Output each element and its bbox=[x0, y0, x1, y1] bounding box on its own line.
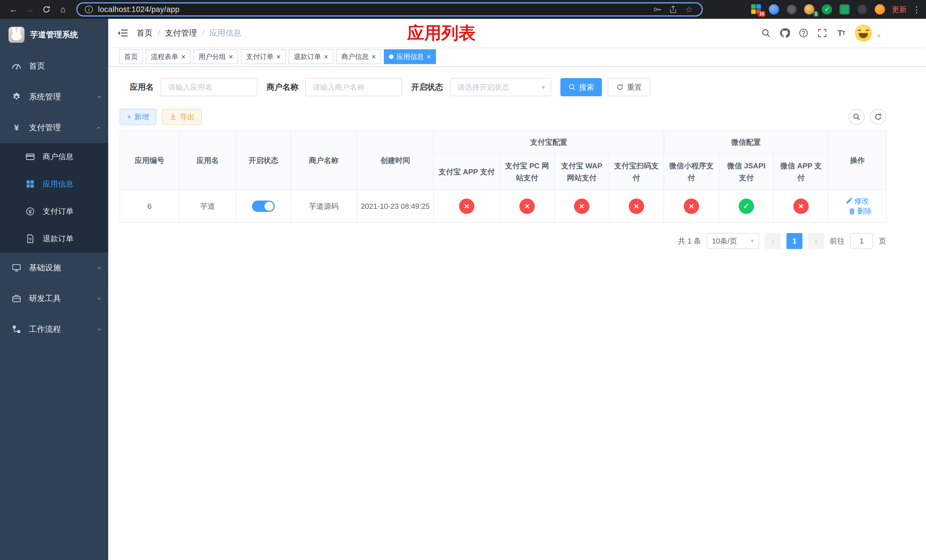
sidebar-item-refund-order[interactable]: 退款订单 bbox=[0, 225, 108, 252]
dashboard-icon bbox=[11, 61, 22, 71]
chevron-down-icon: ‹ bbox=[95, 96, 103, 98]
extension-green-square-icon[interactable] bbox=[840, 4, 850, 15]
reset-button[interactable]: 重置 bbox=[608, 78, 651, 96]
chevron-up-icon: ‹ bbox=[95, 127, 103, 129]
bookmark-star-icon[interactable]: ☆ bbox=[683, 5, 695, 14]
app-name-input[interactable] bbox=[160, 78, 257, 96]
tab-process-form[interactable]: 流程表单× bbox=[146, 49, 191, 64]
sidebar-item-system[interactable]: 系统管理 ‹ bbox=[0, 82, 108, 112]
sidebar-item-label: 基础设施 bbox=[29, 262, 61, 273]
goto-page-input[interactable] bbox=[850, 233, 873, 249]
status-select[interactable]: 请选择开启状态 ▾ bbox=[450, 78, 551, 96]
tab-merchant-info[interactable]: 商户信息× bbox=[336, 49, 381, 64]
chevron-down-icon: ‹ bbox=[95, 297, 103, 300]
tab-pay-order[interactable]: 支付订单× bbox=[241, 49, 286, 64]
breadcrumb-payment[interactable]: 支付管理 bbox=[165, 28, 197, 38]
breadcrumb-separator: / bbox=[202, 29, 204, 38]
extension-drop-icon[interactable] bbox=[769, 4, 779, 15]
site-info-icon[interactable] bbox=[84, 5, 94, 14]
status-select-placeholder: 请选择开启状态 bbox=[457, 82, 509, 92]
help-icon[interactable] bbox=[799, 28, 809, 38]
user-avatar[interactable] bbox=[855, 24, 872, 42]
browser-update-button[interactable]: 更新 bbox=[892, 5, 906, 15]
prev-page-button[interactable]: ‹ bbox=[765, 233, 781, 249]
extension-avatar-icon[interactable]: 1 bbox=[804, 4, 814, 15]
col-header-app-id: 应用编号 bbox=[120, 131, 179, 190]
next-page-button[interactable]: › bbox=[808, 233, 824, 249]
table-toolbar: +新增 导出 bbox=[120, 109, 886, 125]
x-circle-icon: × bbox=[459, 198, 474, 214]
tab-home[interactable]: 首页 bbox=[119, 49, 143, 64]
close-icon[interactable]: × bbox=[181, 53, 185, 61]
extension-check-icon[interactable]: ✓ bbox=[822, 4, 832, 15]
fullscreen-icon[interactable] bbox=[817, 28, 828, 38]
refresh-button[interactable] bbox=[870, 109, 886, 125]
extension-face-icon[interactable] bbox=[875, 4, 885, 15]
cell-created: 2021-10-23 08:49:25 bbox=[357, 190, 434, 222]
sidebar-item-workflow[interactable]: 工作流程 ‹ bbox=[0, 314, 108, 345]
home-icon[interactable]: ⌂ bbox=[55, 2, 71, 17]
delete-link[interactable]: 删除 bbox=[849, 206, 872, 216]
sidebar-item-payment[interactable]: ¥ 支付管理 ‹ bbox=[0, 112, 108, 143]
cell-alipay-pc: × bbox=[500, 190, 554, 222]
current-page-button[interactable]: 1 bbox=[787, 233, 802, 249]
sidebar-menu: 首页 系统管理 ‹ ¥ 支付管理 ‹ 商户信息 应用信息 bbox=[0, 51, 108, 345]
sidebar-item-merchant-info[interactable]: 商户信息 bbox=[0, 143, 108, 170]
delete-link-label: 删除 bbox=[857, 206, 872, 216]
browser-menu-icon[interactable]: ⋮ bbox=[912, 5, 920, 15]
tab-user-group[interactable]: 用户分组× bbox=[193, 49, 238, 64]
url-text[interactable]: localhost:1024/pay/app bbox=[98, 5, 647, 14]
edit-link[interactable]: 修改 bbox=[846, 196, 869, 206]
share-icon[interactable] bbox=[667, 5, 679, 14]
search-button[interactable]: 搜索 bbox=[560, 78, 602, 96]
close-icon[interactable]: × bbox=[276, 53, 280, 61]
back-icon[interactable]: ← bbox=[6, 2, 21, 17]
close-icon[interactable]: × bbox=[324, 53, 328, 61]
close-icon[interactable]: × bbox=[228, 53, 233, 61]
cell-status bbox=[236, 190, 291, 222]
search-icon[interactable] bbox=[761, 28, 771, 38]
export-button[interactable]: 导出 bbox=[162, 109, 202, 125]
col-header-alipay-app: 支付宝 APP 支付 bbox=[434, 153, 500, 190]
toggle-search-button[interactable] bbox=[849, 109, 864, 125]
breadcrumb-home[interactable]: 首页 bbox=[137, 28, 153, 38]
avatar-caret-icon[interactable]: ▾ bbox=[877, 32, 881, 40]
sidebar-item-home[interactable]: 首页 bbox=[0, 51, 108, 82]
key-icon[interactable] bbox=[652, 5, 663, 14]
edit-link-label: 修改 bbox=[854, 196, 869, 206]
sidebar-item-app-info[interactable]: 应用信息 bbox=[0, 170, 108, 198]
extension-puzzle-icon[interactable] bbox=[857, 4, 867, 15]
total-count: 共 1 条 bbox=[678, 236, 701, 246]
add-button[interactable]: +新增 bbox=[120, 109, 156, 125]
cell-wechat-jsapi: ✓ bbox=[719, 190, 774, 222]
app-logo[interactable]: 芋道管理系统 bbox=[0, 19, 108, 51]
page-size-select[interactable]: 10条/页 ▾ bbox=[707, 233, 759, 249]
extension-dark-icon[interactable] bbox=[787, 4, 797, 15]
sidebar-item-dev-tools[interactable]: 研发工具 ‹ bbox=[0, 283, 108, 314]
address-bar[interactable]: localhost:1024/pay/app ☆ bbox=[76, 2, 703, 17]
toolbox-icon bbox=[11, 294, 22, 303]
sidebar-item-infrastructure[interactable]: 基础设施 ‹ bbox=[0, 252, 108, 283]
sidebar: 芋道管理系统 首页 系统管理 ‹ ¥ 支付管理 ‹ 商户信息 bbox=[0, 19, 108, 560]
tab-label: 商户信息 bbox=[341, 52, 369, 61]
goto-unit: 页 bbox=[879, 236, 886, 246]
github-icon[interactable] bbox=[780, 28, 790, 38]
sidebar-item-pay-order[interactable]: 支付订单 bbox=[0, 198, 108, 225]
tab-refund-order[interactable]: 退款订单× bbox=[289, 49, 333, 64]
browser-chrome: ← → ⌂ localhost:1024/pay/app ☆ 10 1 ✓ 更新… bbox=[0, 0, 926, 19]
pagination: 共 1 条 10条/页 ▾ ‹ 1 › 前往 页 bbox=[120, 233, 886, 249]
close-icon[interactable]: × bbox=[372, 53, 376, 61]
app-name-label: 应用名 bbox=[130, 82, 154, 92]
forward-icon[interactable]: → bbox=[22, 2, 38, 17]
extension-grid-icon[interactable]: 10 bbox=[751, 4, 761, 15]
status-toggle[interactable] bbox=[252, 201, 275, 212]
merchant-name-input[interactable] bbox=[305, 78, 402, 96]
close-icon[interactable]: × bbox=[427, 53, 431, 61]
search-form: 应用名 商户名称 开启状态 请选择开启状态 ▾ 搜索 重置 bbox=[130, 78, 926, 96]
table-row: 6 芋道 芋道源码 2021-10-23 08:49:25 × × × × × … bbox=[120, 190, 887, 222]
col-header-status: 开启状态 bbox=[236, 131, 291, 190]
tab-app-info[interactable]: 应用信息× bbox=[384, 49, 436, 64]
reload-icon[interactable] bbox=[39, 2, 54, 17]
sidebar-toggle-icon[interactable] bbox=[117, 28, 128, 38]
font-size-icon[interactable]: TT bbox=[836, 28, 846, 38]
